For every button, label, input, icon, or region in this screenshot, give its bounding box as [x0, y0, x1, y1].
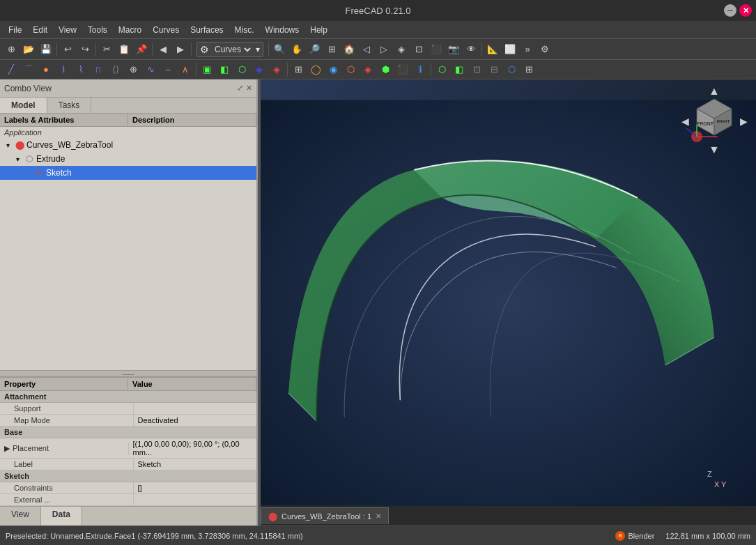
- menu-macro[interactable]: Macro: [113, 23, 147, 37]
- tree-toggle-extrude[interactable]: ▾: [13, 155, 22, 163]
- tab-model[interactable]: Model: [0, 98, 47, 113]
- view-wire-btn[interactable]: ⊡: [410, 41, 427, 58]
- copy-button[interactable]: 📋: [116, 41, 132, 58]
- curve-tool-3[interactable]: ●: [38, 61, 54, 78]
- analyze-tool-8[interactable]: ℹ: [412, 61, 429, 78]
- menu-misc[interactable]: Misc.: [229, 23, 260, 37]
- fwd-button[interactable]: ▶: [172, 41, 189, 58]
- analyze-tool-3[interactable]: ◉: [325, 61, 341, 78]
- close-button[interactable]: ✕: [739, 4, 752, 17]
- tree-item-root[interactable]: ▾ ⬤ Curves_WB_ZebraTool: [0, 138, 256, 152]
- misc-tool-6[interactable]: ⊞: [520, 61, 537, 78]
- bottom-tab-bar: View Data: [0, 506, 256, 525]
- menu-curves[interactable]: Curves: [147, 23, 185, 37]
- view-pan-btn[interactable]: ✋: [288, 41, 305, 58]
- view-home-btn[interactable]: 🏠: [341, 41, 357, 58]
- misc-tool-2[interactable]: ◧: [451, 61, 468, 78]
- panel-divider[interactable]: -----: [0, 370, 256, 377]
- tree-item-extrude[interactable]: ▾ ⬡ Extrude: [0, 152, 256, 166]
- analyze-tool-5[interactable]: ◈: [360, 61, 376, 78]
- view-fit-btn[interactable]: ⊞: [323, 41, 340, 58]
- menu-windows[interactable]: Windows: [260, 23, 305, 37]
- tree-col-labels: Labels & Attributes: [0, 114, 128, 126]
- combo-close-btn[interactable]: ✕: [246, 84, 252, 93]
- prop-row-constraints: Constraints []: [0, 482, 256, 494]
- prop-value-placement: [(1,00 0,00 0,00); 90,00 °; (0,00 mm...: [129, 438, 257, 458]
- menu-file[interactable]: File: [3, 23, 27, 37]
- last-tool-btn[interactable]: ⚙: [537, 41, 553, 58]
- navigation-cube[interactable]: ▲ ▼ ◀ ▶ FRONT RIGHT: [679, 86, 749, 156]
- curve-tool-8[interactable]: ⊕: [125, 61, 141, 78]
- menu-tools[interactable]: Tools: [82, 23, 113, 37]
- view-more[interactable]: ⬛: [428, 41, 445, 58]
- redo-button[interactable]: ↪: [77, 41, 93, 58]
- workbench-dropdown[interactable]: Curves: [212, 44, 253, 55]
- svg-text:RIGHT: RIGHT: [717, 119, 730, 123]
- menu-edit[interactable]: Edit: [27, 23, 53, 37]
- save-button[interactable]: 💾: [38, 41, 54, 58]
- paste-button[interactable]: 📌: [133, 41, 150, 58]
- bottom-tab-view[interactable]: View: [0, 507, 41, 525]
- tab-bar: Model Tasks: [0, 98, 256, 114]
- cut-button[interactable]: ✂: [98, 41, 115, 58]
- misc-tool-5[interactable]: ⬡: [503, 61, 520, 78]
- curve-tool-2[interactable]: ⌒: [20, 61, 37, 78]
- view-3d-btn[interactable]: ◈: [393, 41, 410, 58]
- prop-section-attachment: Attachment: [0, 391, 256, 403]
- view-section-btn[interactable]: ⬜: [502, 41, 518, 58]
- dimensions-label: 122,81 mm x 100,00 mm: [665, 532, 750, 540]
- undo-button[interactable]: ↩: [59, 41, 76, 58]
- viewport[interactable]: Z X Y ▲ ▼ ◀ ▶ FRONT RIGHT: [261, 79, 756, 525]
- analyze-tool-7[interactable]: ⬛: [394, 61, 411, 78]
- more-btn[interactable]: »: [519, 41, 536, 58]
- analyze-tool-6[interactable]: ⬢: [377, 61, 394, 78]
- menu-view[interactable]: View: [53, 23, 82, 37]
- prop-row-mapmode: Map Mode Deactivated: [0, 415, 256, 427]
- extrude-label: Extrude: [36, 154, 65, 164]
- back-button[interactable]: ◀: [155, 41, 171, 58]
- prop-row-placement[interactable]: ▶Placement [(1,00 0,00 0,00); 90,00 °; (…: [0, 438, 256, 459]
- curve-tool-5[interactable]: ⌇: [72, 61, 89, 78]
- view-prev-btn[interactable]: ◁: [358, 41, 375, 58]
- view-std-btn[interactable]: 🔍: [271, 41, 288, 58]
- curve-tool-1[interactable]: ╱: [3, 61, 20, 78]
- misc-tool-3[interactable]: ⊡: [468, 61, 485, 78]
- svg-text:▲: ▲: [709, 86, 720, 97]
- combo-expand-btn[interactable]: ⤢: [237, 84, 243, 93]
- menu-help[interactable]: Help: [304, 23, 333, 37]
- curve-tool-4[interactable]: ⌇: [55, 61, 72, 78]
- view-meas-btn[interactable]: 📐: [484, 41, 501, 58]
- curve-tool-7[interactable]: ⟨⟩: [107, 61, 124, 78]
- surface-tool-1[interactable]: ▣: [199, 61, 215, 78]
- misc-tool-4[interactable]: ⊟: [486, 61, 502, 78]
- tree-area: Labels & Attributes Description Applicat…: [0, 114, 256, 370]
- analyze-tool-2[interactable]: ◯: [307, 61, 324, 78]
- misc-tool-1[interactable]: ⬡: [433, 61, 450, 78]
- analyze-tool-4[interactable]: ⬡: [342, 61, 359, 78]
- curve-tool-10[interactable]: ⌢: [160, 61, 176, 78]
- minimize-button[interactable]: ─: [724, 4, 736, 17]
- view-next-btn[interactable]: ▷: [376, 41, 392, 58]
- new-button[interactable]: ⊕: [3, 41, 20, 58]
- status-text: Preselected: Unnamed.Extrude.Face1 (-37.…: [6, 532, 303, 540]
- curve-tool-9[interactable]: ∿: [142, 61, 159, 78]
- surface-tool-3[interactable]: ⬡: [233, 61, 250, 78]
- view-cam-btn[interactable]: 📷: [445, 41, 462, 58]
- open-button[interactable]: 📂: [20, 41, 37, 58]
- view-zoom-btn[interactable]: 🔎: [306, 41, 323, 58]
- menu-surfaces[interactable]: Surfaces: [185, 23, 229, 37]
- bottom-tab-data[interactable]: Data: [41, 507, 82, 525]
- surface-tool-2[interactable]: ◧: [216, 61, 233, 78]
- doc-tab[interactable]: ⬤ Curves_WB_ZebraTool : 1 ✕: [261, 507, 389, 524]
- doc-tab-close-btn[interactable]: ✕: [376, 512, 381, 520]
- view-stereo-btn[interactable]: 👁: [463, 41, 479, 58]
- workbench-selector[interactable]: ⚙ Curves ▾: [196, 42, 263, 57]
- analyze-tool-1[interactable]: ⊞: [290, 61, 307, 78]
- tree-toggle-root[interactable]: ▾: [3, 141, 13, 149]
- surface-tool-5[interactable]: ◈: [268, 61, 285, 78]
- curve-tool-6[interactable]: ⎍: [90, 61, 107, 78]
- tree-item-sketch[interactable]: ✏ Sketch: [0, 166, 256, 180]
- tab-tasks[interactable]: Tasks: [47, 98, 92, 113]
- surface-tool-4[interactable]: ◈: [251, 61, 268, 78]
- curve-tool-11[interactable]: ∧: [177, 61, 194, 78]
